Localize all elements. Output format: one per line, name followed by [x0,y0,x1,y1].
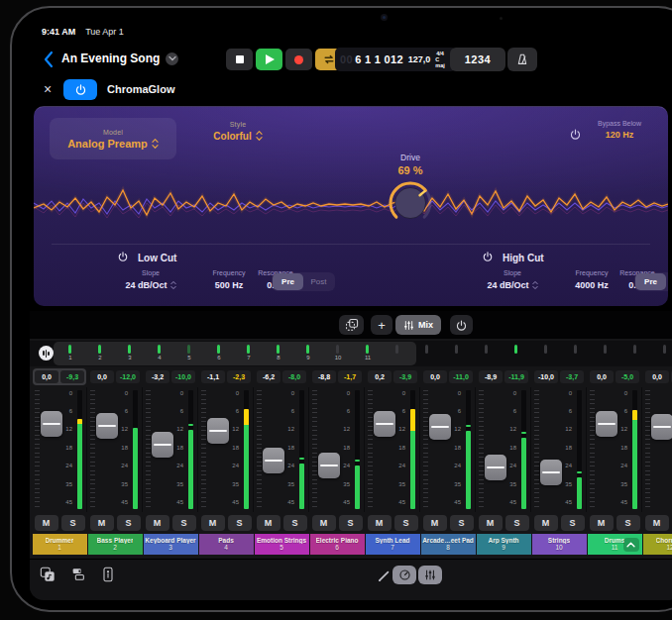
volume-fader[interactable] [429,414,451,440]
volume-fader[interactable] [485,455,506,480]
high-cut-power-button[interactable] [482,251,494,264]
mute-button[interactable]: M [368,515,392,531]
collapse-chevron-button[interactable] [623,538,639,552]
plugins-button[interactable] [70,567,86,586]
volume-value[interactable]: 0,0 [35,370,58,383]
mute-button[interactable]: M [534,515,558,531]
volume-fader[interactable] [651,414,672,440]
browser-button[interactable] [40,567,56,586]
pre-button[interactable]: Pre [273,273,303,290]
lcd-display[interactable]: 00 6 1 1 012 127,0 4/4 C maj MIDI [335,48,456,71]
model-selector[interactable]: Model Analog Preamp [50,118,176,159]
solo-button[interactable]: S [172,515,196,531]
plugin-power-button[interactable] [63,79,97,100]
track-tile[interactable]: Arcade…eet Pad 8 [421,534,476,555]
level-control[interactable]: Level 0.0 [656,120,668,140]
solo-button[interactable]: S [450,515,474,531]
overview-channel[interactable] [650,341,672,366]
overview-channel[interactable] [591,341,620,366]
low-cut-power-button[interactable] [117,251,129,264]
play-button[interactable] [256,49,282,70]
volume-fader[interactable] [596,411,617,437]
mute-button[interactable]: M [479,515,503,531]
solo-button[interactable]: S [616,515,640,531]
overview-channel[interactable] [620,341,650,366]
stop-button[interactable] [226,49,253,70]
overview-channel[interactable]: 1 [56,341,85,366]
high-cut-slope[interactable]: Slope 24 dB/Oct [476,269,549,290]
mute-button[interactable]: M [312,515,336,531]
track-tile[interactable]: Electric Piano 6 [310,534,365,555]
close-plugin-button[interactable]: × [44,81,52,97]
mute-button[interactable]: M [35,515,58,531]
solo-button[interactable]: S [394,515,418,531]
mix-view-button[interactable]: Mix [395,315,441,335]
controls-view-button[interactable] [392,566,416,584]
overview-channel[interactable]: 6 [204,341,234,366]
overview-channel[interactable] [472,341,502,366]
add-plugin-button[interactable]: + [371,315,392,335]
style-selector[interactable]: Style Colorful [190,121,285,142]
back-button[interactable] [42,51,56,68]
edit-button[interactable] [377,568,392,587]
count-in-button[interactable]: 1234 [450,48,505,71]
overview-channel[interactable] [442,341,472,366]
mute-button[interactable]: M [201,515,225,531]
track-tile[interactable]: Strings 10 [532,534,587,555]
solo-button[interactable]: S [505,515,529,531]
track-tile[interactable]: Drums 11 [588,534,642,555]
volume-fader[interactable] [263,448,284,473]
volume-fader[interactable] [318,453,340,478]
solo-button[interactable]: S [117,515,141,531]
volume-value[interactable]: -8,8 [312,370,336,383]
post-button[interactable]: Post [666,273,668,290]
record-button[interactable] [285,49,312,70]
volume-value[interactable]: 0,0 [423,370,447,383]
mute-button[interactable]: M [590,515,614,531]
volume-value[interactable]: -1,1 [201,370,225,383]
pre-button[interactable]: Pre [635,273,666,290]
volume-value[interactable]: 0,2 [368,370,392,383]
volume-fader[interactable] [540,460,562,485]
volume-value[interactable]: -10,0 [534,370,558,383]
post-button[interactable]: Post [303,273,334,290]
low-cut-slope[interactable]: Slope 24 dB/Oct [114,269,187,290]
overview-channel[interactable]: 3 [115,341,145,366]
volume-fader[interactable] [41,411,62,437]
chevron-down-icon[interactable] [166,52,178,65]
volume-value[interactable]: -3,2 [146,370,169,383]
mute-button[interactable]: M [423,515,447,531]
overview-channel[interactable]: 8 [264,341,293,366]
bypass-power-button[interactable] [569,127,582,145]
solo-button[interactable]: S [561,515,585,531]
volume-fader[interactable] [207,418,229,444]
metronome-button[interactable] [507,48,537,71]
volume-fader[interactable] [96,413,118,439]
overview-channel[interactable]: 4 [145,341,174,366]
track-tile[interactable]: Bass Player 2 [88,534,143,555]
overview-channel[interactable]: 11 [353,341,383,366]
volume-value[interactable]: 0,0 [90,370,114,383]
bypass-below-control[interactable]: Bypass Below 120 Hz [587,120,652,140]
overview-strip[interactable]: 1234567891011 [56,341,672,366]
volume-value[interactable]: 0,0 [590,370,614,383]
master-channel-icon[interactable] [39,346,54,361]
mixer-power-button[interactable] [450,315,473,335]
mute-button[interactable]: M [257,515,280,531]
overview-channel[interactable] [531,341,561,366]
mute-button[interactable]: M [90,515,114,531]
overview-channel[interactable] [502,341,531,366]
drive-knob[interactable] [387,179,434,227]
solo-button[interactable]: S [339,515,363,531]
volume-fader[interactable] [152,432,173,458]
song-title-menu[interactable]: An Evening Song [61,52,178,65]
solo-button[interactable]: S [228,515,252,531]
overview-channel[interactable] [561,341,591,366]
overview-channel[interactable]: 10 [323,341,353,366]
track-tile[interactable]: Drummer 1 [33,534,87,555]
track-tile[interactable]: Emotion Strings 5 [255,534,309,555]
volume-fader[interactable] [374,411,395,437]
mute-button[interactable]: M [645,515,669,531]
overview-channel[interactable]: 2 [85,341,115,366]
overview-channel[interactable] [412,341,442,366]
